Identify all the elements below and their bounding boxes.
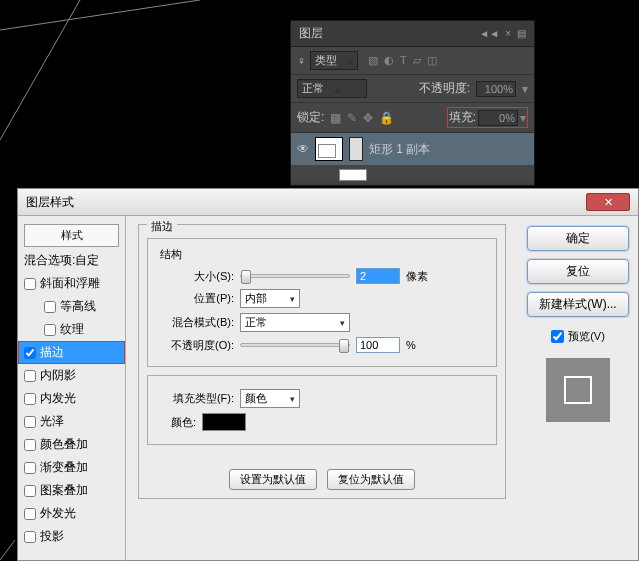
style-item-label: 图案叠加 — [40, 482, 88, 499]
layers-panel-header: 图层 ◄◄ × ▤ — [291, 21, 534, 47]
close-icon[interactable]: × — [505, 28, 511, 39]
style-checkbox[interactable] — [24, 278, 36, 290]
filter-type-icon[interactable]: T — [400, 54, 407, 67]
fill-type-label: 填充类型(F): — [156, 391, 234, 406]
ok-button[interactable]: 确定 — [527, 226, 629, 251]
filter-type-select[interactable]: 类型 ◢ — [310, 51, 358, 70]
style-checkbox[interactable] — [44, 301, 56, 313]
filter-adjust-icon[interactable]: ◐ — [384, 54, 394, 67]
layer-row-selected[interactable]: 👁 矩形 1 副本 — [291, 133, 534, 165]
filter-kind-icon[interactable]: ♀ — [297, 54, 306, 68]
style-item-label: 纹理 — [60, 321, 84, 338]
size-slider[interactable] — [240, 274, 350, 278]
fill-label: 填充: — [449, 109, 476, 126]
style-checkbox[interactable] — [24, 370, 36, 382]
collapse-icon[interactable]: ◄◄ — [479, 28, 499, 39]
layer-mask-thumbnail[interactable] — [349, 137, 363, 161]
layer-thumbnail[interactable] — [315, 137, 343, 161]
stroke-settings: 描边 结构 大小(S): 像素 位置(P): 内部▾ — [126, 216, 518, 561]
close-button[interactable]: ✕ — [586, 193, 630, 211]
make-default-button[interactable]: 设置为默认值 — [229, 469, 317, 490]
dialog-titlebar[interactable]: 图层样式 ✕ — [18, 189, 638, 216]
menu-icon[interactable]: ▤ — [517, 28, 526, 39]
stroke-opacity-unit: % — [406, 339, 416, 351]
reset-button[interactable]: 复位 — [527, 259, 629, 284]
style-item-10[interactable]: 外发光 — [18, 502, 125, 525]
layers-panel: 图层 ◄◄ × ▤ ♀ 类型 ◢ ▧ ◐ T ▱ ◫ 正常 ◢ 不透明度: 10… — [290, 20, 535, 186]
size-input[interactable] — [356, 268, 400, 284]
layers-blend-row: 正常 ◢ 不透明度: 100% ▾ — [291, 75, 534, 103]
style-item-label: 投影 — [40, 528, 64, 545]
style-checkbox[interactable] — [24, 508, 36, 520]
layer-name[interactable]: 矩形 1 副本 — [369, 141, 430, 158]
style-checkbox[interactable] — [24, 393, 36, 405]
preview-checkbox[interactable]: 预览(V) — [551, 329, 605, 344]
preview-checkbox-input[interactable] — [551, 330, 564, 343]
style-item-2[interactable]: 纹理 — [18, 318, 125, 341]
layer-thumbnail[interactable] — [339, 169, 367, 181]
svg-line-0 — [0, 0, 200, 30]
opacity-label: 不透明度: — [419, 80, 470, 97]
size-unit: 像素 — [406, 269, 428, 284]
blend-mode-label: 混合模式(B): — [156, 315, 234, 330]
style-item-9[interactable]: 图案叠加 — [18, 479, 125, 502]
style-item-7[interactable]: 颜色叠加 — [18, 433, 125, 456]
style-item-6[interactable]: 光泽 — [18, 410, 125, 433]
fill-flyout-icon[interactable]: ▾ — [520, 111, 526, 125]
filter-pixel-icon[interactable]: ▧ — [368, 54, 378, 67]
lock-transparent-icon[interactable]: ▩ — [330, 111, 341, 125]
lock-all-icon[interactable]: 🔒 — [379, 111, 394, 125]
styles-header[interactable]: 样式 — [24, 224, 119, 247]
style-item-label: 斜面和浮雕 — [40, 275, 100, 292]
fill-input[interactable]: 0% — [478, 110, 518, 126]
style-checkbox[interactable] — [44, 324, 56, 336]
style-item-4[interactable]: 内阴影 — [18, 364, 125, 387]
style-item-3[interactable]: 描边 — [18, 341, 125, 364]
style-item-11[interactable]: 投影 — [18, 525, 125, 548]
filter-shape-icon[interactable]: ▱ — [413, 54, 421, 67]
stroke-opacity-slider[interactable] — [240, 343, 350, 347]
opacity-flyout-icon[interactable]: ▾ — [522, 82, 528, 96]
style-item-label: 等高线 — [60, 298, 96, 315]
panel-header-icons: ◄◄ × ▤ — [479, 28, 526, 39]
lock-label: 锁定: — [297, 109, 324, 126]
layer-row[interactable] — [291, 165, 534, 185]
style-checkbox[interactable] — [24, 416, 36, 428]
stroke-blend-select[interactable]: 正常▾ — [240, 313, 350, 332]
fill-type-select[interactable]: 颜色▾ — [240, 389, 300, 408]
style-checkbox[interactable] — [24, 462, 36, 474]
visibility-icon[interactable]: 👁 — [297, 142, 309, 156]
new-style-button[interactable]: 新建样式(W)... — [527, 292, 629, 317]
position-select[interactable]: 内部▾ — [240, 289, 300, 308]
style-checkbox[interactable] — [24, 531, 36, 543]
layers-panel-title: 图层 — [299, 25, 323, 42]
style-item-label: 颜色叠加 — [40, 436, 88, 453]
style-item-1[interactable]: 等高线 — [18, 295, 125, 318]
layers-filter-row: ♀ 类型 ◢ ▧ ◐ T ▱ ◫ — [291, 47, 534, 75]
svg-line-1 — [0, 0, 80, 140]
style-checkbox[interactable] — [24, 439, 36, 451]
filter-smart-icon[interactable]: ◫ — [427, 54, 437, 67]
reset-default-button[interactable]: 复位为默认值 — [327, 469, 415, 490]
fill-highlight: 填充: 0% ▾ — [447, 107, 528, 128]
dialog-right-column: 确定 复位 新建样式(W)... 预览(V) — [518, 216, 638, 561]
blend-options-item[interactable]: 混合选项:自定 — [18, 249, 125, 272]
blend-mode-select[interactable]: 正常 ◢ — [297, 79, 367, 98]
style-item-label: 内发光 — [40, 390, 76, 407]
svg-line-2 — [0, 540, 15, 560]
style-item-5[interactable]: 内发光 — [18, 387, 125, 410]
structure-label: 结构 — [156, 247, 488, 262]
dialog-title: 图层样式 — [26, 194, 586, 211]
style-item-label: 描边 — [40, 344, 64, 361]
color-swatch[interactable] — [202, 413, 246, 431]
layer-style-dialog: 图层样式 ✕ 样式 混合选项:自定 斜面和浮雕等高线纹理描边内阴影内发光光泽颜色… — [17, 188, 639, 561]
style-item-0[interactable]: 斜面和浮雕 — [18, 272, 125, 295]
lock-position-icon[interactable]: ✥ — [363, 111, 373, 125]
lock-image-icon[interactable]: ✎ — [347, 111, 357, 125]
style-checkbox[interactable] — [24, 485, 36, 497]
style-item-8[interactable]: 渐变叠加 — [18, 456, 125, 479]
style-checkbox[interactable] — [24, 347, 36, 359]
style-item-label: 内阴影 — [40, 367, 76, 384]
opacity-input[interactable]: 100% — [476, 81, 516, 97]
stroke-opacity-input[interactable] — [356, 337, 400, 353]
